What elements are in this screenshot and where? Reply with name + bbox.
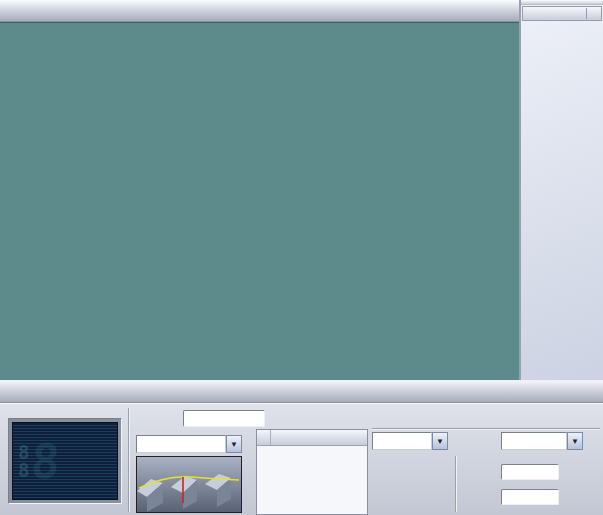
tree-header[interactable] [522,6,602,21]
value-column-header [271,430,367,445]
main-toolbar [0,0,603,22]
table-header [257,430,367,446]
gear-measure-panel: 88 8 ▼ [0,403,603,515]
cmm-measurement-app: 88 8 ▼ [0,0,603,515]
name-input[interactable] [183,410,265,427]
panel-divider [128,408,130,512]
diameter-pick-icon[interactable] [583,488,602,507]
viewport-3d[interactable] [0,22,519,380]
d-edge-input[interactable] [501,464,559,480]
lead-measure-preview [136,456,242,513]
probe-select-value [501,432,567,450]
probe-qualify-icon[interactable] [478,432,497,451]
led-ghost-digit: 8 [29,433,62,489]
chevron-down-icon[interactable]: ▼ [567,432,583,450]
measured-values-table[interactable] [256,429,368,515]
probe-select[interactable]: ▼ [501,432,583,450]
tooth-counter-display: 88 8 [8,418,122,504]
chevron-down-icon[interactable]: ▼ [226,435,242,453]
feature-tree-panel [519,0,603,381]
feature-tree [521,24,603,381]
tabs-baseline [372,428,600,430]
gear-3d-model[interactable] [0,23,519,381]
panel-divider [455,456,457,512]
chevron-down-icon[interactable]: ▼ [432,432,448,450]
flank-select[interactable]: ▼ [372,432,448,450]
d-edge-edit-icon[interactable] [583,463,602,482]
measure-mode-select[interactable]: ▼ [136,435,242,453]
diameter-probe-icon[interactable] [563,488,582,507]
d-edge-probe-icon[interactable] [563,463,582,482]
flank-select-value [372,432,432,450]
sidebar-top-strip [521,0,603,5]
feature-toolbar [0,380,603,403]
refresh-d-icon[interactable] [587,430,603,449]
led-dim-digits: 88 [18,443,29,479]
diameter-input[interactable] [501,489,559,505]
header-divider [586,8,587,19]
measure-mode-value [136,435,226,453]
probe-config-icon[interactable] [456,432,475,451]
